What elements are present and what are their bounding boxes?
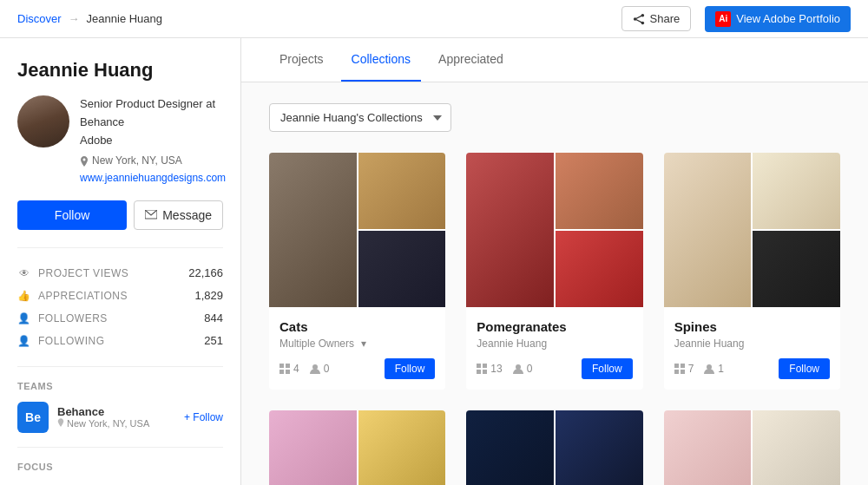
grid-icon (279, 364, 290, 374)
tab-projects[interactable]: Projects (269, 38, 334, 82)
profile-details: Senior Product Designer at Behance Adobe… (80, 95, 226, 187)
avatar (17, 95, 69, 147)
collection-card: The Grand Budapest Ho... Jeannie Huang 5 (269, 410, 445, 485)
message-button[interactable]: Message (134, 200, 223, 230)
collection-image (466, 153, 554, 307)
profile-company: Behance (80, 114, 226, 132)
collection-title: Spines (674, 319, 830, 334)
message-icon (145, 210, 157, 220)
profile-website[interactable]: www.jeanniehuangdesigns.com (80, 170, 226, 187)
collection-card: Stars and Space Jeannie Huang 8 2 (466, 410, 642, 485)
project-count: 4 (279, 363, 299, 375)
svg-rect-16 (674, 364, 679, 368)
collection-info: Spines Jeannie Huang 7 1 (664, 309, 840, 390)
profile-title: Senior Product Designer at (80, 95, 226, 114)
meta-counts: 4 0 (279, 363, 329, 375)
stat-followers: 👤 FOLLOWERS 844 (17, 307, 223, 330)
main-layout: Jeannie Huang Senior Product Designer at… (0, 38, 868, 485)
content-area: Jeannie Huang's Collections Cats (241, 82, 868, 485)
collection-info: Cats Multiple Owners ▾ 4 (269, 309, 445, 390)
adobe-icon: Ai (715, 11, 731, 27)
adobe-portfolio-button[interactable]: Ai View Adobe Portfolio (705, 6, 851, 32)
sidebar: Jeannie Huang Senior Product Designer at… (0, 38, 241, 485)
grid-icon (674, 364, 685, 374)
person-icon (513, 364, 523, 374)
svg-rect-19 (681, 370, 685, 374)
follow-button[interactable]: Follow (17, 200, 127, 230)
collection-image (753, 410, 840, 485)
main-content: Projects Collections Appreciated Jeannie… (241, 38, 868, 485)
teams-label: TEAMS (17, 381, 223, 391)
meta-counts: 13 0 (477, 363, 532, 375)
stat-project-views: 👁 PROJECT VIEWS 22,166 (17, 262, 223, 285)
profile-info: Senior Product Designer at Behance Adobe… (17, 95, 223, 187)
author-dropdown-arrow[interactable]: ▾ (361, 338, 366, 350)
follower-count: 0 (310, 363, 330, 375)
collection-images (466, 410, 642, 485)
breadcrumb-page: Jeannie Huang (87, 12, 162, 25)
svg-line-3 (635, 15, 642, 18)
collection-image (358, 410, 446, 485)
collection-image (753, 231, 840, 307)
collection-follow-button[interactable]: Follow (779, 358, 830, 379)
collection-images (466, 153, 642, 309)
following-icon: 👤 (17, 334, 31, 348)
collection-follow-button[interactable]: Follow (582, 358, 633, 379)
svg-rect-6 (279, 364, 284, 368)
tab-collections[interactable]: Collections (341, 38, 421, 82)
collection-images (664, 153, 840, 309)
team-location: New York, NY, USA (57, 418, 149, 429)
team-logo: Be (17, 402, 49, 433)
svg-rect-13 (477, 370, 481, 374)
topbar-actions: Share Ai View Adobe Portfolio (621, 6, 851, 32)
collection-meta: 4 0 Follow (279, 358, 435, 379)
follower-count: 0 (513, 363, 533, 375)
discover-link[interactable]: Discover (17, 12, 62, 25)
project-count: 13 (477, 363, 502, 375)
collections-dropdown[interactable]: Jeannie Huang's Collections (269, 103, 451, 132)
collection-follow-button[interactable]: Follow (385, 358, 436, 379)
meta-counts: 7 1 (674, 363, 724, 375)
svg-rect-17 (681, 364, 685, 368)
followers-icon: 👤 (17, 311, 31, 325)
collections-grid: Cats Multiple Owners ▾ 4 (269, 153, 840, 485)
svg-rect-7 (286, 364, 290, 368)
breadcrumb: Discover → Jeannie Huang (17, 12, 162, 25)
person-icon (704, 364, 714, 374)
collection-meta: 7 1 Follow (674, 358, 830, 379)
collection-title: Cats (279, 319, 435, 334)
eye-icon: 👁 (17, 266, 31, 280)
collection-images (269, 153, 445, 309)
collection-image (753, 153, 840, 229)
collection-card: Pomegranates Jeannie Huang 13 0 (466, 153, 642, 390)
grid-icon (477, 364, 487, 374)
share-icon (633, 13, 645, 25)
collection-author: Jeannie Huang (674, 338, 830, 350)
collection-image (556, 231, 643, 307)
collection-images (664, 410, 840, 485)
svg-line-4 (635, 19, 642, 23)
collection-image (556, 153, 643, 229)
team-name[interactable]: Behance (57, 405, 149, 418)
stat-appreciations: 👍 APPRECIATIONS 1,829 (17, 285, 223, 307)
collection-image (269, 410, 357, 485)
thumbs-up-icon: 👍 (17, 289, 31, 303)
tab-appreciated[interactable]: Appreciated (428, 38, 514, 82)
collection-image (358, 231, 446, 307)
collection-info: Pomegranates Jeannie Huang 13 0 (466, 309, 642, 390)
breadcrumb-separator: → (69, 12, 80, 25)
tabs-bar: Projects Collections Appreciated (241, 38, 868, 82)
person-icon (310, 364, 320, 374)
collection-image (269, 153, 357, 307)
collection-card: Cats Multiple Owners ▾ 4 (269, 153, 445, 390)
collection-image (556, 410, 643, 485)
follow-team-link[interactable]: + Follow (184, 411, 223, 423)
collection-images (269, 410, 445, 485)
svg-rect-14 (483, 370, 487, 374)
share-button[interactable]: Share (621, 6, 692, 31)
profile-company2: Adobe (80, 132, 226, 150)
profile-location: New York, NY, USA (80, 153, 226, 169)
project-count: 7 (674, 363, 694, 375)
collection-image (664, 153, 752, 307)
collection-image (664, 410, 752, 485)
